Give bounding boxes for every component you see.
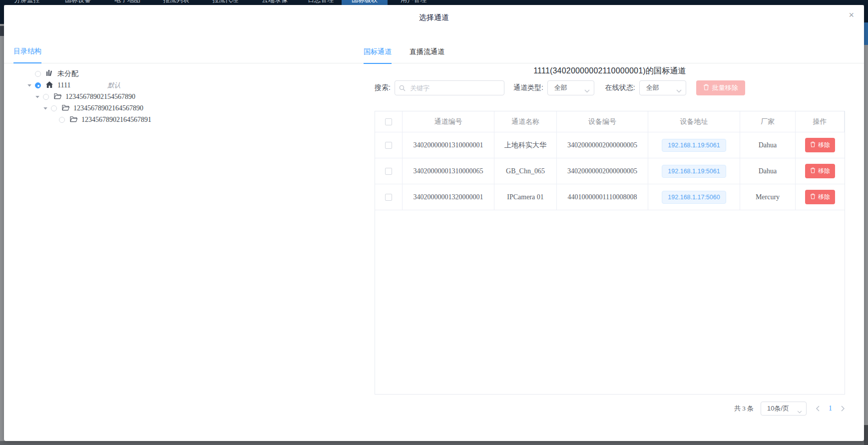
- background-nav-right-edge: [864, 0, 868, 22]
- background-bottom-right-fragment: [864, 425, 868, 445]
- background-nav-item[interactable]: 云端录像: [254, 0, 296, 5]
- background-nav-item[interactable]: 用户管理: [393, 0, 434, 5]
- next-page-icon[interactable]: [841, 406, 845, 412]
- background-nav-item[interactable]: 推流列表: [155, 0, 197, 5]
- channel-name-cell: GB_Chn_065: [494, 158, 557, 184]
- page-size-select[interactable]: 10条/页: [761, 402, 807, 416]
- vendor-cell: Dahua: [740, 158, 796, 184]
- background-top-nav: 分屏监控 国标设备 电子地图 推流列表 拉流代理 云端录像 日志管理 国标级联 …: [0, 0, 868, 5]
- page-size-value: 10条/页: [767, 404, 789, 413]
- chevron-down-icon: [584, 87, 590, 94]
- table-column-header: 厂家: [740, 111, 796, 132]
- modal-title: 选择通道: [4, 13, 864, 22]
- tree-radio[interactable]: [35, 71, 41, 77]
- close-icon[interactable]: ×: [849, 10, 854, 19]
- tree-radio[interactable]: [59, 117, 65, 123]
- tree-node-label: 12345678902154567890: [65, 93, 135, 101]
- pagination: 共 3 条 10条/页 1: [375, 401, 845, 416]
- caret-down-icon[interactable]: [35, 94, 43, 99]
- caret-down-icon[interactable]: [27, 83, 35, 88]
- channel-type-select[interactable]: 全部: [547, 80, 594, 95]
- tree-radio[interactable]: [35, 82, 41, 88]
- tab-directory-structure[interactable]: 目录结构: [13, 47, 41, 63]
- table-column-header: 操作: [796, 111, 845, 132]
- row-checkbox[interactable]: [385, 168, 392, 175]
- trash-icon: [810, 141, 816, 149]
- channel-type-value: 全部: [554, 83, 567, 92]
- total-count: 共 3 条: [734, 404, 754, 413]
- chevron-down-icon: [797, 408, 802, 415]
- table-row: 34020000001310000001 上地科实大华 340200000020…: [375, 132, 845, 158]
- table-column-header: 通道编号: [403, 111, 494, 132]
- caret-down-icon[interactable]: [43, 106, 51, 111]
- trash-icon: [703, 84, 709, 92]
- channel-tab[interactable]: 直播流通道: [410, 47, 444, 64]
- tree-node-label: 12345678902164567891: [81, 116, 151, 124]
- device-address-badge: 192.168.1.19:5061: [662, 165, 726, 178]
- background-blue-fragment: [864, 22, 868, 45]
- search-label: 搜索:: [375, 83, 391, 92]
- batch-remove-label: 批量移除: [712, 83, 738, 92]
- tab-bar: 目录结构 国标通道 直播流通道: [4, 42, 864, 63]
- channel-tab[interactable]: 国标通道: [364, 47, 392, 64]
- device-address-badge: 192.168.1.17:5060: [662, 191, 726, 204]
- channel-id-cell: 34020000001320000001: [403, 184, 494, 210]
- tree-node[interactable]: 12345678902154567890: [4, 91, 344, 102]
- remove-button[interactable]: 移除: [805, 190, 835, 204]
- remove-label: 移除: [818, 141, 830, 149]
- header-checkbox-cell: [375, 111, 403, 132]
- directory-tree: 未分配 1111 默认: [4, 68, 344, 125]
- row-checkbox[interactable]: [385, 142, 392, 149]
- device-id-cell: 34020000002000000005: [557, 132, 648, 158]
- channel-tabs: 国标通道 直播流通道: [364, 47, 444, 63]
- online-status-value: 全部: [646, 83, 659, 92]
- tree-node-default-tag: 默认: [107, 81, 120, 90]
- tree-node[interactable]: 未分配: [4, 68, 344, 79]
- tree-node-label: 未分配: [57, 69, 78, 78]
- channel-type-label: 通道类型:: [513, 83, 543, 92]
- table-column-header: 设备编号: [557, 111, 648, 132]
- tree-node[interactable]: 12345678902164567890: [4, 102, 344, 114]
- online-status-label: 在线状态:: [605, 83, 635, 92]
- filter-row: 搜索: 通道类型: 全部 在线状态: 全部 批量移除: [375, 80, 845, 95]
- background-nav-item[interactable]: 分屏监控: [6, 0, 48, 5]
- channel-name-cell: IPCamera 01: [494, 184, 557, 210]
- background-page-text-fragment: [0, 26, 4, 36]
- remove-label: 移除: [818, 193, 830, 201]
- batch-remove-button[interactable]: 批量移除: [696, 80, 745, 95]
- background-bottom-edge: [0, 441, 868, 445]
- background-nav-left-edge: [0, 0, 4, 24]
- remove-button[interactable]: 移除: [805, 138, 835, 152]
- trash-icon: [810, 167, 816, 175]
- background-nav-item[interactable]: 国标级联: [342, 0, 388, 5]
- remove-button[interactable]: 移除: [805, 164, 835, 178]
- table-row: 34020000001310000065 GB_Chn_065 34020000…: [375, 158, 845, 184]
- online-status-select[interactable]: 全部: [639, 80, 686, 95]
- background-nav-item[interactable]: 电子地图: [106, 0, 148, 5]
- folder-icon: [54, 93, 61, 101]
- prev-page-icon[interactable]: [816, 406, 820, 412]
- background-nav-item[interactable]: 拉流代理: [204, 0, 246, 5]
- tree-node-label: 1111: [57, 81, 70, 89]
- tree-node[interactable]: 1111 默认: [4, 79, 344, 91]
- folder-icon: [62, 104, 69, 112]
- row-checkbox[interactable]: [385, 194, 392, 201]
- tree-node[interactable]: 12345678902164567891: [4, 114, 344, 125]
- chevron-down-icon: [676, 87, 682, 94]
- select-all-checkbox[interactable]: [385, 118, 392, 125]
- table-column-header: 通道名称: [494, 111, 557, 132]
- background-nav-item[interactable]: 日志管理: [300, 0, 342, 5]
- search-input[interactable]: [395, 80, 504, 95]
- channel-table: 通道编号 通道名称 设备编号 设备地址 厂家 操作 34020000001310…: [375, 111, 845, 395]
- tree-radio[interactable]: [51, 105, 57, 111]
- channel-id-cell: 34020000001310000065: [403, 158, 494, 184]
- vendor-cell: Dahua: [740, 132, 796, 158]
- library-icon: [46, 69, 53, 78]
- current-page[interactable]: 1: [829, 405, 832, 413]
- channel-id-cell: 34020000001310000001: [403, 132, 494, 158]
- search-icon: [399, 84, 406, 93]
- trash-icon: [810, 193, 816, 201]
- tree-radio[interactable]: [43, 94, 49, 100]
- background-nav-item[interactable]: 国标设备: [57, 0, 99, 5]
- table-row: 34020000001320000001 IPCamera 01 4401000…: [375, 184, 845, 210]
